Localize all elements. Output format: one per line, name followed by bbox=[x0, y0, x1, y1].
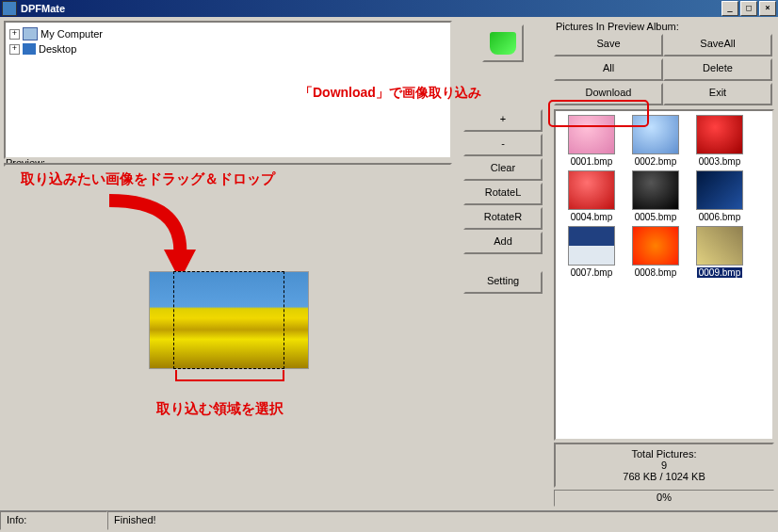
stats-title: Total Pictures: bbox=[559, 448, 769, 459]
all-button[interactable]: All bbox=[554, 58, 663, 81]
preview-area[interactable]: 取り込みたい画像をドラッグ＆ドロップ 取り込む領域を選択 bbox=[4, 163, 452, 167]
status-bar: Info: Finished! bbox=[0, 510, 778, 530]
thumbnail[interactable]: 0002.bmp bbox=[624, 115, 688, 167]
thumbnail[interactable]: 0003.bmp bbox=[688, 115, 752, 167]
window-title: DPFMate bbox=[21, 3, 65, 14]
thumb-image bbox=[696, 115, 743, 154]
annotation-bracket bbox=[175, 370, 284, 381]
tree-label: My Computer bbox=[41, 28, 103, 40]
title-bar: DPFMate _ □ × bbox=[0, 0, 778, 17]
maximize-button[interactable]: □ bbox=[740, 1, 757, 16]
thumb-label: 0001.bmp bbox=[559, 156, 624, 167]
annotation-download: 「Download」で画像取り込み bbox=[300, 85, 481, 102]
thumb-image bbox=[568, 170, 615, 210]
computer-icon bbox=[23, 27, 38, 40]
zoom-out-button[interactable]: - bbox=[463, 134, 543, 156]
thumb-image bbox=[632, 226, 679, 266]
tree-label: Desktop bbox=[39, 43, 76, 55]
progress-bar: 0% bbox=[554, 490, 774, 507]
saveall-button[interactable]: SaveAll bbox=[663, 34, 772, 56]
setting-button[interactable]: Setting bbox=[463, 271, 543, 294]
exit-button[interactable]: Exit bbox=[663, 83, 772, 105]
annotation-drag-drop: 取り込みたい画像をドラッグ＆ドロップ bbox=[21, 170, 275, 188]
thumbnail[interactable]: 0008.bmp bbox=[624, 226, 688, 278]
thumb-image bbox=[568, 115, 615, 154]
thumb-label: 0006.bmp bbox=[688, 212, 752, 222]
thumb-label: 0002.bmp bbox=[624, 156, 688, 167]
thumbnail[interactable]: 0004.bmp bbox=[559, 170, 624, 222]
thumb-image bbox=[696, 226, 743, 266]
thumb-label: 0005.bmp bbox=[624, 212, 688, 222]
stats-count: 9 bbox=[559, 459, 769, 471]
thumb-image bbox=[632, 170, 679, 210]
rotate-left-button[interactable]: RotateL bbox=[463, 183, 543, 205]
thumb-label: 0009.bmp bbox=[697, 267, 742, 278]
rotate-right-button[interactable]: RotateR bbox=[463, 207, 543, 230]
status-message: Finished! bbox=[107, 511, 778, 530]
desktop-icon bbox=[23, 43, 36, 55]
thumb-image bbox=[696, 170, 743, 210]
save-button[interactable]: Save bbox=[554, 34, 663, 56]
thumbnail[interactable]: 0009.bmp bbox=[688, 226, 752, 278]
thumb-label: 0007.bmp bbox=[559, 267, 624, 278]
add-button[interactable]: Add bbox=[463, 232, 543, 254]
download-button[interactable]: Download bbox=[554, 83, 663, 105]
stats-size: 768 KB / 1024 KB bbox=[559, 471, 769, 482]
device-icon bbox=[490, 32, 516, 55]
selection-rectangle[interactable] bbox=[173, 271, 284, 369]
thumb-label: 0008.bmp bbox=[624, 267, 688, 278]
album-grid[interactable]: 0001.bmp 0002.bmp 0003.bmp 0004.bmp 0005… bbox=[554, 109, 774, 441]
annotation-select-region: 取り込む領域を選択 bbox=[156, 400, 284, 418]
album-header: Pictures In Preview Album: bbox=[554, 21, 774, 32]
thumb-label: 0004.bmp bbox=[559, 212, 624, 222]
expand-icon[interactable]: + bbox=[9, 44, 20, 55]
device-button[interactable] bbox=[482, 24, 524, 62]
close-button[interactable]: × bbox=[759, 1, 776, 16]
delete-button[interactable]: Delete bbox=[663, 58, 772, 81]
thumbnail[interactable]: 0001.bmp bbox=[559, 115, 624, 167]
thumbnail[interactable]: 0005.bmp bbox=[624, 170, 688, 222]
thumb-image bbox=[568, 226, 615, 266]
thumbnail[interactable]: 0007.bmp bbox=[559, 226, 624, 278]
tree-item-my-computer[interactable]: + My Computer bbox=[9, 26, 446, 41]
minimize-button[interactable]: _ bbox=[721, 1, 738, 16]
app-icon bbox=[2, 1, 17, 16]
zoom-in-button[interactable]: + bbox=[463, 109, 543, 132]
tree-item-desktop[interactable]: + Desktop bbox=[9, 41, 446, 56]
thumb-label: 0003.bmp bbox=[688, 156, 752, 167]
status-info-label: Info: bbox=[0, 511, 107, 530]
expand-icon[interactable]: + bbox=[9, 29, 20, 40]
thumbnail[interactable]: 0006.bmp bbox=[688, 170, 752, 222]
thumb-image bbox=[632, 115, 679, 154]
stats-panel: Total Pictures: 9 768 KB / 1024 KB bbox=[554, 443, 774, 488]
clear-button[interactable]: Clear bbox=[463, 158, 543, 181]
progress-text: 0% bbox=[656, 492, 672, 503]
